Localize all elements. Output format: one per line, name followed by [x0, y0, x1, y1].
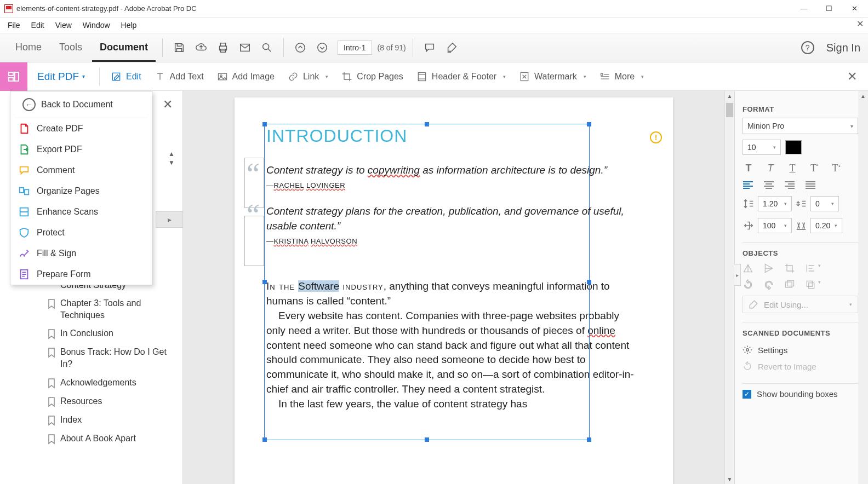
font-color-swatch[interactable]: [785, 140, 802, 154]
bookmark-item[interactable]: Chapter 3: Tools and Techniques: [47, 294, 176, 324]
bold-icon[interactable]: T: [743, 163, 755, 174]
edit-pdf-dropdown[interactable]: Edit PDF: [27, 71, 95, 83]
warning-badge-icon[interactable]: !: [650, 131, 662, 143]
close-edit-toolbar-button[interactable]: ✕: [847, 70, 857, 84]
menu-view[interactable]: View: [50, 19, 77, 32]
svg-rect-17: [25, 189, 28, 194]
expand-collapse-arrows[interactable]: ▲▼: [168, 150, 175, 166]
menu-help[interactable]: Help: [116, 19, 142, 32]
email-icon[interactable]: [235, 38, 255, 57]
dropdown-organize-pages[interactable]: Organize Pages: [10, 181, 152, 201]
page-label-input[interactable]: Intro-1: [338, 41, 372, 55]
tab-tools[interactable]: Tools: [52, 34, 90, 62]
menu-file[interactable]: File: [2, 19, 26, 32]
superscript-icon[interactable]: T¹: [808, 163, 820, 174]
right-panel: ▸ FORMAT Minion Pro 10 T T T T¹ T₁: [734, 91, 868, 484]
align-center-icon[interactable]: [763, 181, 774, 189]
edit-button[interactable]: Edit: [104, 71, 148, 82]
char-spacing-input[interactable]: 0.20: [810, 218, 842, 233]
close-window-button[interactable]: ✕: [842, 1, 867, 17]
watermark-button[interactable]: Watermark: [512, 71, 593, 82]
bookmark-item[interactable]: About A Book Apart: [47, 429, 176, 448]
tab-home[interactable]: Home: [8, 34, 49, 62]
quote-text: Content strategy plans for the creation,…: [266, 204, 641, 234]
save-icon[interactable]: [169, 38, 189, 57]
bookmark-item[interactable]: Acknowledgements: [47, 373, 176, 392]
flip-vertical-icon[interactable]: [763, 263, 774, 274]
dropdown-fill-sign[interactable]: Fill & Sign: [10, 243, 152, 264]
create-pdf-icon: [18, 123, 30, 135]
comment-bubble-icon[interactable]: [420, 38, 439, 57]
flip-horizontal-icon[interactable]: [743, 263, 753, 274]
svg-point-4: [263, 44, 269, 50]
close-panel-button[interactable]: ✕: [163, 97, 173, 112]
link-button[interactable]: Link: [281, 71, 335, 82]
maximize-button[interactable]: ☐: [816, 1, 842, 17]
search-icon[interactable]: [257, 38, 277, 57]
subscript-icon[interactable]: T₁: [830, 163, 842, 174]
italic-icon[interactable]: T: [764, 163, 776, 174]
align-justify-icon[interactable]: [805, 181, 816, 189]
bookmark-item[interactable]: Bonus Track: How Do I Get In?: [47, 343, 176, 373]
tab-document[interactable]: Document: [92, 34, 156, 62]
add-text-button[interactable]: Add Text: [148, 71, 210, 82]
replace-image-icon[interactable]: [784, 279, 795, 290]
tools-dropdown: ←Back to Document Create PDF Export PDF …: [10, 91, 152, 285]
edit-pdf-icon[interactable]: [0, 62, 27, 91]
menu-close-button[interactable]: ✕: [856, 19, 864, 29]
crop-pages-button[interactable]: Crop Pages: [335, 71, 410, 82]
underline-icon[interactable]: T: [786, 163, 798, 174]
show-bounding-boxes-checkbox[interactable]: ✓Show bounding boxes: [743, 389, 858, 399]
bookmark-item[interactable]: In Conclusion: [47, 324, 176, 343]
font-size-select[interactable]: 10: [743, 140, 781, 155]
highlight-icon[interactable]: [442, 38, 461, 57]
back-to-document-button[interactable]: ←Back to Document: [15, 91, 147, 118]
align-left-icon[interactable]: [743, 181, 753, 189]
page-down-icon[interactable]: [312, 38, 332, 57]
minimize-button[interactable]: —: [791, 1, 816, 17]
add-image-button[interactable]: Add Image: [210, 71, 281, 82]
bookmark-item[interactable]: Resources: [47, 392, 176, 411]
dropdown-prepare-form[interactable]: Prepare Form: [10, 264, 152, 285]
dropdown-protect[interactable]: Protect: [10, 222, 152, 243]
quote-attribution: —KRISTINA HALVORSON: [266, 237, 641, 245]
svg-rect-11: [218, 73, 226, 80]
scanned-settings-button[interactable]: Settings: [743, 342, 858, 358]
separator: [283, 38, 284, 57]
dropdown-export-pdf[interactable]: Export PDF: [10, 139, 152, 160]
paragraph-spacing-input[interactable]: 0: [810, 196, 839, 211]
rotate-cw-icon[interactable]: [763, 279, 774, 290]
enhance-scans-icon: [18, 206, 30, 218]
crop-object-icon[interactable]: [784, 263, 795, 274]
align-right-icon[interactable]: [784, 181, 795, 189]
cloud-upload-icon[interactable]: [191, 38, 211, 57]
bookmark-item[interactable]: Index: [47, 411, 176, 429]
fill-sign-icon: [18, 247, 30, 260]
rotate-ccw-icon[interactable]: [743, 279, 753, 290]
bookmark-tab[interactable]: ▸: [156, 211, 183, 228]
dropdown-create-pdf[interactable]: Create PDF: [10, 118, 152, 139]
dropdown-comment[interactable]: Comment: [10, 160, 152, 181]
page-up-icon[interactable]: [290, 38, 310, 57]
line-spacing-icon: [743, 198, 755, 210]
document-scrollbar[interactable]: ▲ ▼: [724, 91, 734, 484]
right-panel-scrollbar[interactable]: ▲: [858, 91, 868, 484]
document-area[interactable]: ! INTRODUCTION “ Content strategy is to …: [183, 91, 734, 484]
align-objects-icon[interactable]: [805, 263, 816, 274]
menu-window[interactable]: Window: [77, 19, 116, 32]
horizontal-scale-input[interactable]: 100: [758, 218, 792, 233]
arrange-icon[interactable]: [805, 279, 816, 290]
sign-in-button[interactable]: Sign In: [826, 42, 860, 54]
menu-edit[interactable]: Edit: [26, 19, 50, 32]
pdf-page[interactable]: ! INTRODUCTION “ Content strategy is to …: [235, 97, 673, 484]
protect-icon: [18, 227, 30, 239]
header-footer-button[interactable]: Header & Footer: [410, 71, 512, 82]
font-family-select[interactable]: Minion Pro: [743, 118, 858, 134]
more-button[interactable]: More: [593, 71, 650, 82]
collapse-right-panel-button[interactable]: ▸: [734, 264, 741, 286]
print-icon[interactable]: [213, 38, 233, 57]
line-height-input[interactable]: 1.20: [758, 196, 792, 211]
help-icon[interactable]: ?: [801, 41, 814, 54]
dropdown-enhance-scans[interactable]: Enhance Scans: [10, 201, 152, 222]
edit-using-dropdown[interactable]: Edit Using... ▾: [743, 296, 858, 313]
